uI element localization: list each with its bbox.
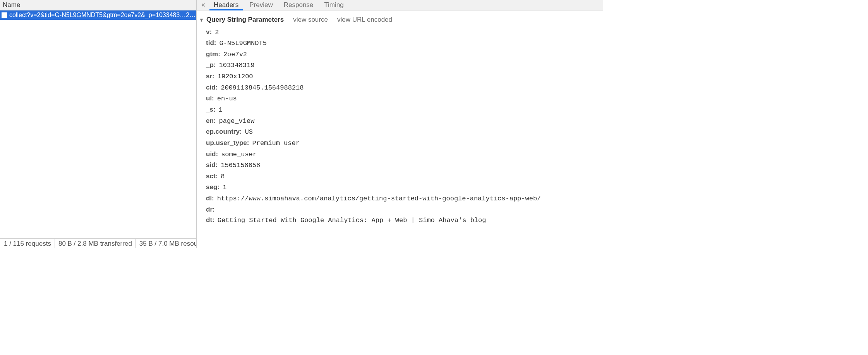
tab-preview[interactable]: Preview [244,0,278,10]
param-key: sr [206,72,214,81]
tab-timing-label: Timing [324,1,343,9]
tab-headers[interactable]: Headers [208,0,244,10]
param-row: cid2009113845.1564988218 [206,82,603,93]
param-row: _s1 [206,104,603,115]
param-key: cid [206,83,218,93]
param-value: 2 [215,28,219,38]
param-row: gtm2oe7v2 [206,49,603,60]
section-header: ▼ Query String Parameters view source vi… [197,14,603,25]
param-key: up.user_type [206,138,249,148]
param-key: gtm [206,50,220,59]
param-key: dt [206,215,214,225]
column-header-name[interactable]: Name [0,0,196,10]
param-row: dtGetting Started With Google Analytics:… [206,215,603,226]
status-resources: 35 B / 7.0 MB resources [136,239,196,248]
param-value: 8 [221,172,225,182]
param-value: https://www.simoahava.com/analytics/gett… [217,194,541,204]
status-transferred: 80 B / 2.8 MB transferred [55,239,136,248]
param-value: 103348319 [219,61,255,71]
param-key: _s [206,105,216,115]
request-detail-pane: × Headers Preview Response Timing ▼ Quer… [197,0,603,248]
param-row: sct8 [206,171,603,182]
status-bar: 1 / 115 requests 80 B / 2.8 MB transferr… [0,238,196,248]
param-value: US [245,128,253,137]
param-row: sid1565158658 [206,160,603,171]
param-key: tid [206,38,216,48]
param-row: up.user_typePremium user [206,138,603,149]
tab-response-label: Response [284,1,314,9]
param-row: ulen-us [206,93,603,105]
param-row: _p103348319 [206,60,603,71]
detail-tab-bar: × Headers Preview Response Timing [197,0,603,10]
param-row: enpage_view [206,115,603,127]
request-url-text: collect?v=2&tid=G-N5L9GMNDT5&gtm=2oe7v2&… [9,12,196,19]
param-value: 1920x1200 [218,72,253,82]
request-row[interactable]: collect?v=2&tid=G-N5L9GMNDT5&gtm=2oe7v2&… [0,10,196,20]
param-value: 1 [219,105,223,115]
query-params-list: v2tidG-N5L9GMNDT5gtm2oe7v2_p103348319sr1… [197,25,603,226]
close-detail-button[interactable]: × [198,0,208,10]
section-toggle[interactable]: ▼ Query String Parameters [199,16,284,24]
param-row: dr [206,204,603,215]
param-value: Getting Started With Google Analytics: A… [218,216,486,226]
param-key: dl [206,194,214,203]
param-value: G-N5L9GMNDT5 [219,39,266,48]
param-row: ep.countryUS [206,127,603,138]
param-key: sid [206,160,218,170]
column-header-name-label: Name [3,1,20,9]
param-value: 1 [223,183,226,193]
view-url-encoded-link[interactable]: view URL encoded [337,16,392,24]
requests-list-pane: Name collect?v=2&tid=G-N5L9GMNDT5&gtm=2o… [0,0,197,248]
close-icon: × [201,1,206,9]
param-row: uidsome_user [206,149,603,160]
section-title-label: Query String Parameters [206,16,284,24]
param-value: 2009113845.1564988218 [221,83,304,93]
tab-response[interactable]: Response [278,0,319,10]
param-row: tidG-N5L9GMNDT5 [206,38,603,49]
chevron-down-icon: ▼ [199,17,204,23]
param-key: _p [206,60,216,70]
param-key: v [206,28,212,37]
param-key: ep.country [206,127,242,137]
view-source-link[interactable]: view source [293,16,328,24]
devtools-network-panel: Name collect?v=2&tid=G-N5L9GMNDT5&gtm=2o… [0,0,603,248]
tab-timing[interactable]: Timing [319,0,349,10]
param-key: en [206,116,216,126]
tab-preview-label: Preview [249,1,273,9]
requests-empty-area [0,20,196,238]
param-row: dlhttps://www.simoahava.com/analytics/ge… [206,193,603,205]
param-value: some_user [221,150,257,160]
param-row: v2 [206,27,603,38]
param-value: Premium user [252,139,299,148]
param-key: ul [206,94,214,103]
param-key: sct [206,172,218,181]
param-key: uid [206,150,218,159]
status-requests: 1 / 115 requests [4,239,55,248]
param-row: seg1 [206,182,603,193]
param-value: page_view [219,117,255,126]
param-key: seg [206,183,220,192]
param-value: 1565158658 [221,161,260,171]
param-row: sr1920x1200 [206,71,603,83]
param-key: dr [206,205,215,215]
tab-headers-label: Headers [214,1,238,9]
param-value: en-us [217,94,237,104]
request-type-icon [2,12,7,18]
detail-body: ▼ Query String Parameters view source vi… [197,10,603,248]
param-value: 2oe7v2 [223,50,247,60]
